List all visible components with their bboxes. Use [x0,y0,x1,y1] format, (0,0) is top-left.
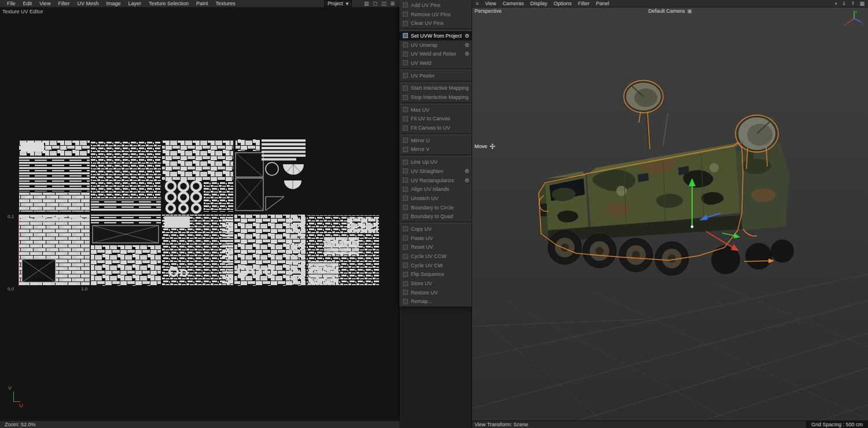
menu-item-label: Stop Interactive Mapping [411,94,469,100]
menu-textures[interactable]: Textures [216,1,236,6]
menu-item-cycle-uv-ccw[interactable]: Cycle UV CCW [399,252,472,261]
menu-item-remove-uv-pins[interactable]: Remove UV Pins [399,10,472,19]
menu-item-unstitch-uv[interactable]: Unstitch UV [399,194,472,203]
camera-switch-icon[interactable]: ▣ [687,9,692,14]
gizmo-center[interactable] [691,226,694,228]
menu-item-copy-uv[interactable]: Copy UV [399,224,472,234]
save-layout-icon[interactable]: ⇑ [851,1,855,6]
rectangularize-icon [403,178,408,183]
menu-item-stop-interactive-mapping[interactable]: Stop Interactive Mapping [399,93,472,102]
mirror-v-icon [403,147,408,152]
menu-item-uv-weld-and-relax[interactable]: UV Weld and Relax⚙ [399,49,472,58]
menu-layer[interactable]: Layer [128,1,141,6]
menu-item-cycle-uv-cw[interactable]: Cycle UV CW [399,261,472,270]
menu-item-uv-peeler[interactable]: UV Peeler [399,71,472,80]
menu-item-mirror-u[interactable]: Mirror U [399,136,472,145]
uv-editor-menubar: File Edit View Filter UV Mesh Image Laye… [0,0,399,8]
uv-command-menu: Add UV Pins Remove UV Pins Clear UV Pins… [399,0,472,307]
hamburger-menu-icon[interactable]: ≡ [476,1,479,6]
layout-grid-icon[interactable]: ▦ [859,1,865,6]
gear-icon[interactable]: ⚙ [465,51,469,57]
camera-label: Default Camera [648,8,685,14]
menu-cameras[interactable]: Cameras [503,1,524,6]
menu-separator [399,102,472,105]
menu-item-start-interactive-mapping[interactable]: Start Interactive Mapping [399,84,472,93]
menu-item-label: Copy UV [411,226,432,232]
menu-uv-mesh[interactable]: UV Mesh [77,1,98,6]
menu-item-label: Flip Sequence [411,271,444,277]
menu-item-uv-rectangularize[interactable]: UV Rectangularize⚙ [399,176,472,185]
grid-icon[interactable]: ⊞ [390,1,395,6]
mirror-u-icon [403,138,408,143]
project-dropdown[interactable]: Project ▾ [324,0,352,7]
menu-item-label: UV Weld [411,60,431,66]
menu-item-mirror-v[interactable]: Mirror V [399,145,472,154]
v-axis-line [13,392,14,401]
view-label: Perspective [475,8,502,14]
gizmo-x-axis[interactable] [706,231,734,248]
restore-icon [403,290,408,295]
menu-item-flip-sequence[interactable]: Flip Sequence [399,270,472,279]
menu-panel[interactable]: Panel [596,1,609,6]
menu-item-paste-uv[interactable]: Paste UV [399,234,472,243]
u-axis-line [13,401,20,402]
menu-item-fit-uv-to-canvas[interactable]: Fit UV to Canvas [399,115,472,124]
menu-item-label: Store UV [411,281,432,286]
menu-file[interactable]: File [7,1,16,6]
perspective-viewport[interactable]: ≡ View Cameras Display Options Filter Pa… [472,0,868,428]
uv-toolbar: ▥ ◻ ◫ ⊞ [359,1,399,6]
menu-item-set-uvw-from-projection[interactable]: Set UVW from Projection⚙ [399,31,472,40]
zoom-level: Zoom: 52.0% [5,422,36,427]
menu-filter[interactable]: Filter [578,1,590,6]
scene-3d[interactable] [472,8,868,428]
menu-item-boundary-to-quad[interactable]: Boundary to Quad [399,212,472,221]
menu-paint[interactable]: Paint [196,1,208,6]
menu-item-uv-unwrap[interactable]: UV Unwrap⚙ [399,40,472,50]
menu-item-restore-uv[interactable]: Restore UV [399,288,472,297]
gear-icon[interactable]: ⚙ [465,33,469,39]
menu-item-label: Reset UV [411,244,433,250]
menu-item-fit-canvas-to-uv[interactable]: Fit Canvas to UV [399,123,472,132]
menu-item-label: Unstitch UV [411,195,439,201]
viewport-menubar: ≡ View Cameras Display Options Filter Pa… [472,0,868,8]
uv-island-block-r2c3 [162,215,233,286]
load-layout-icon[interactable]: ⇓ [841,1,846,6]
menu-item-max-uv[interactable]: Max UV [399,105,472,115]
view-transform-label: View Transform: Scene [472,422,528,427]
menu-display[interactable]: Display [530,1,547,6]
menu-filter[interactable]: Filter [58,1,69,6]
menu-item-clear-uv-pins[interactable]: Clear UV Pins [399,19,472,28]
uv-canvas[interactable] [0,0,399,428]
menu-edit[interactable]: Edit [23,1,32,6]
gear-icon[interactable]: ⚙ [465,168,469,174]
gear-icon[interactable]: ⚙ [465,178,469,183]
menu-texture-selection[interactable]: Texture Selection [149,1,189,6]
menu-item-store-uv[interactable]: Store UV [399,279,472,288]
menu-item-reset-uv[interactable]: Reset UV [399,243,472,252]
lock-icon[interactable]: ◻ [373,1,377,6]
projection-icon [403,33,408,38]
menu-view[interactable]: View [485,1,496,6]
histogram-icon[interactable]: ▥ [364,1,369,6]
gear-icon[interactable]: ⚙ [465,42,469,48]
menu-item-line-up-uv[interactable]: Line Up UV [399,157,472,167]
menu-image[interactable]: Image [106,1,120,6]
gizmo-x-arrowhead[interactable] [731,244,739,251]
uv-island-block-r1c2 [91,141,161,212]
menu-item-align-uv-islands[interactable]: Align UV Islands [399,185,472,194]
compare-panels-icon[interactable]: ◫ [381,1,387,6]
menu-item-uv-straighten[interactable]: UV Straighten⚙ [399,167,472,176]
menu-options[interactable]: Options [554,1,572,6]
color-profile-icon[interactable]: ◑ [834,1,837,6]
unwrap-icon [403,42,408,47]
menu-item-uv-weld[interactable]: UV Weld [399,58,472,68]
unstitch-icon [403,195,408,201]
gizmo-plane-arrowhead[interactable] [734,233,740,238]
menu-view[interactable]: View [39,1,50,6]
camera-label-group[interactable]: Default Camera ▣ [648,8,692,14]
menu-item-add-uv-pins[interactable]: Add UV Pins [399,1,472,10]
truck-model[interactable] [539,80,794,275]
truck-wheels [548,231,689,275]
menu-item-boundary-to-circle[interactable]: Boundary to Circle [399,203,472,212]
menu-item-remap[interactable]: Remap... [399,297,472,307]
